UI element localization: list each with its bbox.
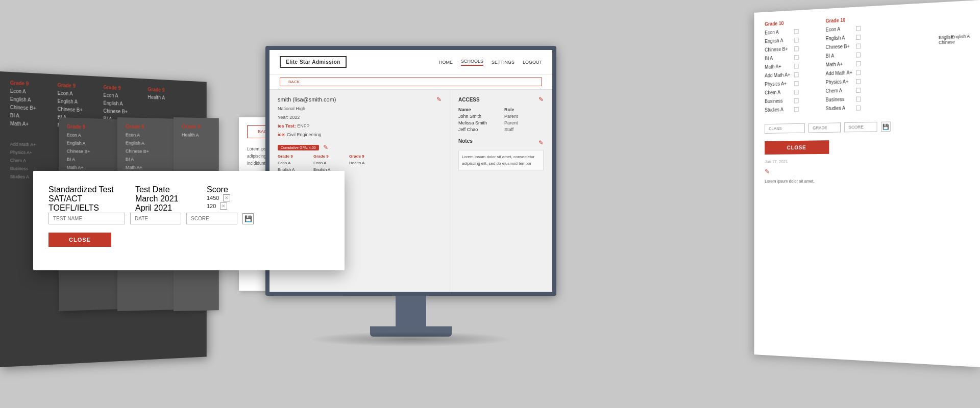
rp-grade-title-1: Grade 10 bbox=[765, 20, 798, 27]
student-year: Year: 2022 bbox=[278, 114, 442, 121]
rp-checkbox[interactable] bbox=[794, 64, 798, 69]
rp-item: Studies A bbox=[826, 104, 861, 113]
student-name: smith (lisa@smith.com) bbox=[278, 96, 336, 103]
test-name-input[interactable] bbox=[48, 213, 125, 224]
grade-item: English A bbox=[67, 139, 110, 148]
rp-item: Business bbox=[765, 96, 798, 106]
grade-title-1: Grade 9 bbox=[10, 80, 50, 88]
rp-checkbox[interactable] bbox=[856, 106, 861, 111]
rp-checkbox[interactable] bbox=[856, 79, 861, 84]
grade-input[interactable] bbox=[808, 122, 841, 133]
rp-checkbox[interactable] bbox=[794, 107, 798, 112]
student-edit-icon[interactable]: ✎ bbox=[436, 96, 442, 103]
rp-checkbox[interactable] bbox=[794, 46, 798, 52]
standardized-test-modal: Standardized Test SAT/ACT TOEFL/IELTS Te… bbox=[33, 171, 345, 270]
modal-close-button[interactable]: CLOSE bbox=[48, 233, 111, 247]
rp-grade-title-2: Grade 10 bbox=[826, 16, 861, 23]
rp-save-icon[interactable]: 💾 bbox=[881, 121, 891, 132]
app-logo: Elite Star Admission bbox=[280, 56, 347, 68]
test-score-input[interactable] bbox=[186, 213, 237, 224]
grade-mini-item: Econ A bbox=[278, 160, 308, 166]
score-input[interactable] bbox=[844, 122, 877, 132]
monitor-neck bbox=[396, 296, 426, 326]
save-test-icon[interactable]: 💾 bbox=[242, 213, 254, 224]
back-right-panel: English Chinese English A Grade 10 Econ … bbox=[754, 0, 980, 367]
rp-item: Physics A+ bbox=[765, 79, 798, 89]
record-section: Cumulative GPA: 4.00 ✎ Grade 9 Econ A En… bbox=[278, 144, 442, 173]
grade-mini-title-3: Grade 9 bbox=[349, 154, 380, 159]
app-nav: HOME SCHOOLS SETTINGS LOGOUT bbox=[439, 59, 542, 66]
modal-score-1: 1450 bbox=[207, 195, 219, 201]
access-role-3: Staff bbox=[504, 127, 513, 132]
access-name-3: Jeff Chao bbox=[458, 127, 494, 132]
rp-checkbox[interactable] bbox=[856, 43, 861, 48]
rp-checkbox[interactable] bbox=[794, 72, 798, 78]
access-panel: ACCESS ✎ Name Role John Smith Parent Mel… bbox=[450, 90, 552, 296]
access-edit-icon[interactable]: ✎ bbox=[538, 96, 544, 103]
rp-edit-icon[interactable]: ✎ bbox=[765, 167, 968, 175]
right-panel-cols: Grade 10 Econ A English A Chinese B+ BI … bbox=[765, 11, 968, 114]
rp-checkbox[interactable] bbox=[856, 53, 861, 58]
rp-checkbox[interactable] bbox=[856, 96, 861, 101]
rp-close-button[interactable]: CLOSE bbox=[765, 140, 829, 155]
rp-checkbox[interactable] bbox=[794, 98, 798, 104]
rp-item: Chem A bbox=[765, 88, 798, 97]
access-role-1: Parent bbox=[504, 114, 518, 119]
rp-checkbox[interactable] bbox=[856, 61, 861, 66]
rp-checkbox[interactable] bbox=[794, 38, 798, 43]
delete-row-2-icon[interactable]: ✕ bbox=[220, 202, 227, 210]
grade-item: Chinese B+ bbox=[126, 147, 169, 156]
rp-checkbox[interactable] bbox=[856, 88, 861, 93]
modal-col1-header: Standardized Test bbox=[48, 185, 135, 194]
record-edit-icon[interactable]: ✎ bbox=[323, 144, 328, 151]
access-row-2: Melissa Smith Parent bbox=[458, 120, 544, 125]
grade-item: Econ A bbox=[126, 131, 169, 140]
notes-edit-icon[interactable]: ✎ bbox=[538, 139, 544, 146]
dropdown-english-a[interactable]: English A bbox=[951, 34, 970, 40]
grade-item: BI A bbox=[67, 155, 110, 164]
grade-item: Math A+ bbox=[10, 120, 50, 129]
rp-item: Business bbox=[826, 95, 861, 105]
nav-home[interactable]: HOME bbox=[439, 60, 453, 65]
grade-title-2: Grade 9 bbox=[58, 82, 96, 89]
rp-checkbox[interactable] bbox=[794, 81, 798, 86]
rp-checkbox[interactable] bbox=[794, 55, 798, 60]
grade-mini-item: Econ A bbox=[313, 160, 344, 166]
modal-test-2: TOEFL/IELTS bbox=[48, 203, 135, 213]
rp-checkbox[interactable] bbox=[856, 26, 861, 31]
right-panel-col-1: Grade 10 Econ A English A Chinese B+ BI … bbox=[765, 20, 798, 115]
rp-item: Physics A+ bbox=[826, 77, 861, 87]
grade-item: English A bbox=[126, 139, 169, 147]
grade-title: Grade 9 bbox=[67, 123, 110, 130]
rp-checkbox[interactable] bbox=[856, 35, 861, 40]
rp-checkbox[interactable] bbox=[794, 29, 798, 34]
class-input[interactable] bbox=[765, 123, 805, 134]
delete-row-1-icon[interactable]: ✕ bbox=[223, 194, 230, 201]
test-date-input[interactable] bbox=[130, 213, 181, 224]
student-school: National High bbox=[278, 105, 442, 113]
modal-date-2: April 2021 bbox=[135, 203, 207, 213]
nav-schools[interactable]: SCHOOLS bbox=[461, 59, 483, 66]
notes-section: Notes ✎ Lorem ipsum dolor sit amet, cons… bbox=[458, 138, 544, 170]
modal-col2-header: Test Date bbox=[135, 185, 207, 194]
rp-inputs-row: 💾 bbox=[765, 120, 968, 133]
access-role-2: Parent bbox=[504, 120, 518, 125]
nav-logout[interactable]: LOGOUT bbox=[523, 60, 542, 65]
monitor-shadow bbox=[309, 332, 513, 347]
modal-date-1: March 2021 bbox=[135, 194, 207, 203]
access-row-1: John Smith Parent bbox=[458, 114, 544, 119]
modal-score-2: 120 bbox=[207, 203, 216, 209]
rp-checkbox[interactable] bbox=[856, 70, 861, 75]
student-personality: ies Test: ENFP bbox=[278, 122, 442, 130]
dropdown-chinese[interactable]: Chinese bbox=[939, 39, 955, 45]
app-back-bar: BACK bbox=[270, 74, 552, 90]
modal-col3-header: Score bbox=[207, 185, 273, 194]
access-name-1: John Smith bbox=[458, 114, 494, 119]
notes-text: Lorem ipsum dolor sit amet, consectetur … bbox=[458, 150, 544, 170]
app-back-button[interactable]: BACK bbox=[280, 78, 542, 86]
grade-item: BI A bbox=[126, 155, 169, 164]
access-col-role-header: Role bbox=[504, 107, 514, 112]
grade-title: Grade 9 bbox=[182, 123, 211, 130]
nav-settings[interactable]: SETTINGS bbox=[492, 60, 514, 65]
rp-checkbox[interactable] bbox=[794, 90, 798, 95]
